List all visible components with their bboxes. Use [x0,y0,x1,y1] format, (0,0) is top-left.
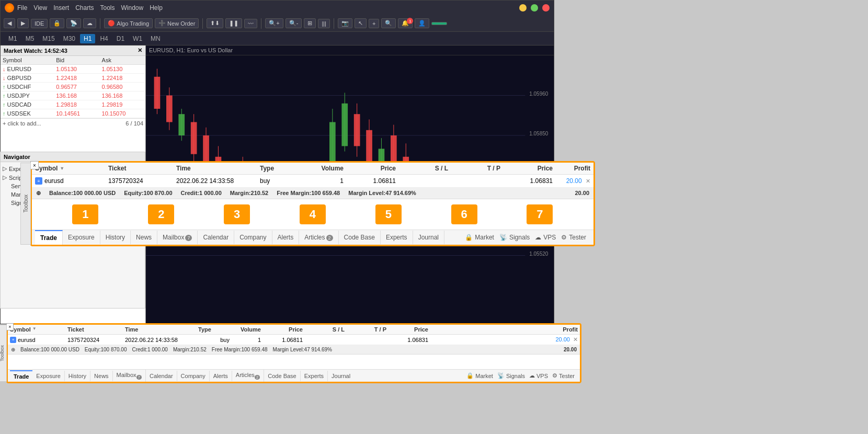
tf-h4[interactable]: H4 [96,34,111,43]
grid-btn[interactable]: ⊞ [304,18,316,28]
bottom-tab-code-base[interactable]: Code Base [264,371,300,381]
toolbox-main-close[interactable]: × [30,161,39,169]
timeframe-bar: M1 M5 M15 M30 H1 H4 D1 W1 MN [1,32,554,45]
chart-ctrl2[interactable]: ❚❚ [225,18,242,28]
svg-text:1.05850: 1.05850 [529,131,549,136]
bottom-tab-articles[interactable]: Articles2 [232,370,265,382]
cloud-btn[interactable]: ☁ [83,18,96,28]
back-btn[interactable]: ◀ [4,18,15,28]
market-watch-close[interactable]: ✕ [138,47,142,54]
tf-m30[interactable]: M30 [60,34,79,43]
tab-news[interactable]: News [131,231,157,244]
maximize-button[interactable] [531,4,538,12]
minimize-button[interactable] [519,4,527,12]
bottom-market-btn[interactable]: 🔒 Market [466,372,493,379]
tab-calendar[interactable]: Calendar [198,231,234,244]
tf-w1[interactable]: W1 [129,34,146,43]
tab-mailbox[interactable]: Mailbox7 [157,231,198,244]
chart-title: EURUSD, H1: Euro vs US Dollar [146,45,554,55]
zoom-in-btn[interactable]: 🔍+ [265,18,283,28]
new-order-btn[interactable]: ➕ New Order [155,18,199,28]
col-header-symbol[interactable]: Symbol ▼ [35,165,108,172]
mw-row-usdjpy[interactable]: ↑ USDJPY 136.168 136.168 [1,92,145,100]
signals-btn[interactable]: 📡 [66,18,81,28]
toolbox-bottom-close[interactable]: × [6,323,14,330]
shield-btn[interactable]: 🔒 [50,18,64,28]
bottom-row-price: 1.06811 [261,337,303,343]
bottom-tab-calendar[interactable]: Calendar [146,371,177,381]
chart-ctrl3[interactable]: 〰 [244,19,257,28]
bottom-tab-company[interactable]: Company [177,371,210,381]
zoom-out-btn[interactable]: 🔍- [285,18,302,28]
tf-mn[interactable]: MN [147,34,164,43]
tab-company[interactable]: Company [234,231,272,244]
close-button[interactable] [542,4,550,12]
tab-alerts[interactable]: Alerts [272,231,300,244]
mw-row-usdsek[interactable]: ↑ USDSEK 10.14561 10.15070 [1,109,145,118]
crosshair-btn[interactable]: + [369,19,379,28]
tf-m1[interactable]: M1 [5,34,21,43]
period-sep-btn[interactable]: ||| [318,19,330,28]
bottom-balance: Balance:100 000.00 USD [20,347,79,352]
bottom-tab-experts[interactable]: Experts [301,371,328,381]
row-symbol: ≡ eurusd [35,177,108,185]
cursor-btn[interactable]: ↖ [355,18,367,28]
tab-trade[interactable]: Trade [35,230,63,245]
margin-value: Margin:210.52 [230,190,268,197]
menu-help[interactable]: Help [150,4,163,12]
trade-row-eurusd[interactable]: ≡ eurusd 1375720324 2022.06.22 14:33:58 … [32,175,593,188]
tab-code-base[interactable]: Code Base [339,231,381,244]
bottom-vps-btn[interactable]: ☁ VPS [529,372,548,379]
search-btn[interactable]: 🔍 [381,18,396,28]
menu-file[interactable]: File [17,4,27,12]
tf-h1[interactable]: H1 [80,34,95,43]
forward-btn[interactable]: ▶ [17,18,29,28]
mw-row-eurusd[interactable]: ↓ EURUSD 1.05130 1.05130 [1,65,145,74]
tf-d1[interactable]: D1 [113,34,128,43]
bottom-tab-trade[interactable]: Trade [10,370,32,382]
menu-insert[interactable]: Insert [53,4,69,12]
bottom-signals-btn[interactable]: 📡 Signals [497,372,525,379]
signals-tab-btn[interactable]: 📡 Signals [499,234,530,241]
row-close-btn[interactable]: ✕ [586,178,590,184]
chart-ctrl1[interactable]: ⬆⬇ [207,18,223,28]
bottom-symbol-icon: ≡ [10,337,16,343]
menu-window[interactable]: Window [121,4,144,12]
bottom-tab-history[interactable]: History [65,371,90,381]
bottom-tab-journal[interactable]: Journal [328,371,354,381]
tf-m15[interactable]: M15 [39,34,58,43]
mw-row-usdchf[interactable]: ↑ USDCHF 0.96577 0.96580 [1,83,145,92]
bottom-row-close-btn[interactable]: ✕ [573,336,578,342]
market-btn[interactable]: 🔒 Market [465,234,494,241]
bottom-tab-exposure[interactable]: Exposure [32,371,64,381]
mw-row-usdcad[interactable]: ↑ USDCAD 1.29818 1.29819 [1,100,145,109]
tab-experts[interactable]: Experts [381,231,413,244]
tab-journal[interactable]: Journal [413,231,444,244]
tab-exposure[interactable]: Exposure [63,231,100,244]
bottom-tester-btn[interactable]: ⚙ Tester [552,372,575,379]
tab-history[interactable]: History [100,231,131,244]
menu-charts[interactable]: Charts [75,4,94,12]
menu-tools[interactable]: Tools [100,4,115,12]
screenshot-btn[interactable]: 📷 [338,18,352,28]
bottom-tab-alerts[interactable]: Alerts [210,371,232,381]
person-btn[interactable]: 👤 [415,18,429,28]
equity-value: Equity:100 870.00 [124,190,172,197]
vps-btn[interactable]: ☁ VPS [535,234,556,241]
ask-eurusd: 1.05130 [100,65,145,74]
bottom-tab-mailbox[interactable]: Mailbox7 [113,370,146,382]
bottom-free-margin: Free Margin:100 659.48 [212,347,268,352]
sym-usdcad: ↑ USDCAD [1,100,54,109]
notifications-btn[interactable]: 🔔1 [398,18,413,28]
tf-m5[interactable]: M5 [22,34,38,43]
menu-view[interactable]: View [33,4,47,12]
tab-articles[interactable]: Articles2 [299,231,338,244]
mw-row-gbpusd[interactable]: ↓ GBPUSD 1.22418 1.22418 [1,74,145,83]
ide-btn[interactable]: IDE [31,19,48,28]
col-header-type: Type [260,165,302,172]
bottom-trade-row[interactable]: ≡ eurusd 1375720324 2022.06.22 14:33:58 … [8,335,580,345]
bottom-tab-news[interactable]: News [90,371,113,381]
algo-trading-btn[interactable]: 🔴 Algo Trading [104,18,153,28]
tester-btn[interactable]: ⚙ Tester [561,234,586,241]
bottom-margin: Margin:210.52 [173,347,207,352]
